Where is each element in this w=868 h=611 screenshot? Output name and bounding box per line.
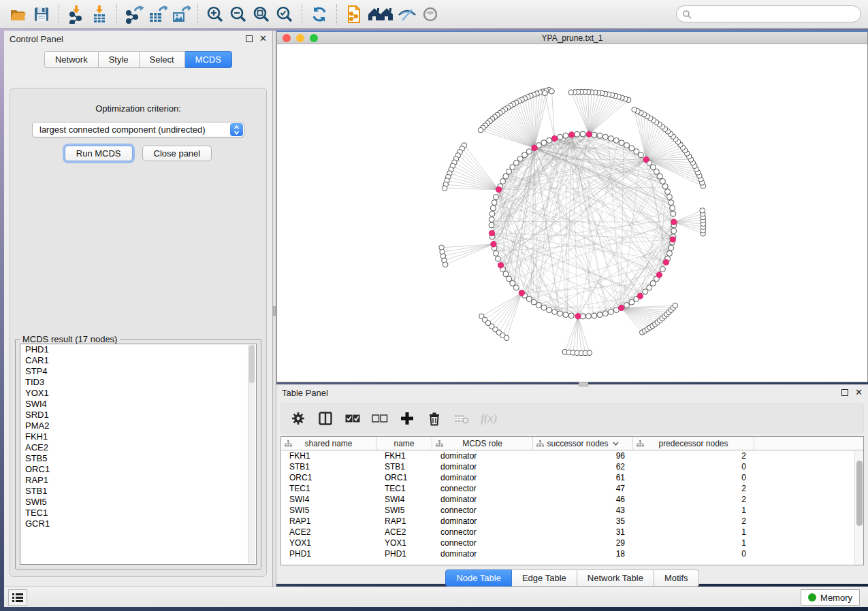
mcds-result-item[interactable]: GCR1 <box>20 518 256 529</box>
import-table-button[interactable] <box>88 3 111 26</box>
table-cell: TEC1 <box>281 483 376 494</box>
search-field[interactable] <box>676 5 861 22</box>
table-tab-network-table[interactable]: Network Table <box>577 569 654 587</box>
table-cell: dominator <box>432 472 533 483</box>
eye-icon <box>421 5 440 24</box>
export-network-button[interactable] <box>123 3 146 26</box>
deselect-all-button[interactable] <box>371 410 389 427</box>
select-all-button[interactable] <box>344 410 361 427</box>
column-header-successor-nodes[interactable]: successor nodes <box>533 437 633 450</box>
export-table-button[interactable] <box>146 3 169 26</box>
mcds-result-item[interactable]: STB1 <box>20 486 256 497</box>
table-cell: FKH1 <box>281 450 376 461</box>
table-row[interactable]: ACE2ACE2connector311 <box>281 527 863 538</box>
close-table-panel-icon[interactable]: ✕ <box>855 389 863 396</box>
memory-button[interactable]: Memory <box>801 589 860 606</box>
tab-style[interactable]: Style <box>99 51 140 68</box>
import-network-button[interactable] <box>65 3 88 26</box>
mcds-result-item[interactable]: PHD1 <box>20 344 256 355</box>
table-cell-filler <box>754 538 863 548</box>
mcds-result-item[interactable]: PMA2 <box>20 420 256 431</box>
table-row[interactable]: PHD1PHD1dominator180 <box>281 548 863 559</box>
column-header-MCDS-role[interactable]: MCDS role <box>432 437 533 450</box>
search-input[interactable] <box>692 10 855 19</box>
mcds-result-item[interactable]: TID3 <box>20 377 256 388</box>
tab-network[interactable]: Network <box>44 51 99 68</box>
delete-table-button-disabled[interactable] <box>453 410 470 427</box>
zoom-fit-button[interactable] <box>250 3 273 26</box>
show-all-button[interactable] <box>419 3 442 26</box>
table-row[interactable]: YOX1YOX1connector291 <box>281 538 863 548</box>
column-header-name[interactable]: name <box>376 437 432 450</box>
table-tab-edge-table[interactable]: Edge Table <box>512 569 577 587</box>
mcds-result-item[interactable]: ORC1 <box>20 464 256 475</box>
network-graph[interactable] <box>277 46 867 384</box>
network-canvas[interactable] <box>277 46 867 382</box>
mcds-result-item[interactable]: STP4 <box>20 366 256 377</box>
table-cell: SWI5 <box>281 505 376 516</box>
zoom-in-button[interactable] <box>204 3 227 26</box>
delete-column-button[interactable] <box>425 410 443 427</box>
mcds-result-item[interactable]: SWI5 <box>20 497 256 508</box>
toolbar-separator <box>197 4 198 24</box>
mcds-result-list[interactable]: PHD1CAR1STP4TID3YOX1SWI4SRD1PMA2FKH1ACE2… <box>20 344 257 565</box>
open-session-button[interactable] <box>7 3 30 26</box>
run-mcds-button[interactable]: Run MCDS <box>65 146 133 161</box>
tab-select[interactable]: Select <box>140 51 185 68</box>
splitter-grip[interactable] <box>273 306 276 316</box>
criterion-dropdown[interactable]: largest connected component (undirected) <box>32 122 244 137</box>
mcds-result-item[interactable]: SWI4 <box>20 399 256 410</box>
network-window-titlebar[interactable]: YPA_prune.txt_1 <box>277 32 867 44</box>
table-row[interactable]: SWI4SWI4dominator462 <box>281 494 863 505</box>
mcds-result-item[interactable]: ACE2 <box>20 442 256 453</box>
toolbar-separator <box>302 4 302 24</box>
tab-mcds[interactable]: MCDS <box>185 51 232 68</box>
table-row[interactable]: RAP1RAP1dominator352 <box>281 516 863 527</box>
zoom-out-button[interactable] <box>227 3 250 26</box>
mcds-result-item[interactable]: STB5 <box>20 453 256 464</box>
float-panel-icon[interactable] <box>246 35 253 42</box>
mcds-result-item[interactable]: YOX1 <box>20 388 256 399</box>
toolbar-separator <box>116 4 117 24</box>
mcds-result-item[interactable]: SRD1 <box>20 410 256 420</box>
save-session-button[interactable] <box>30 3 53 26</box>
mcds-result-item[interactable]: FKH1 <box>20 431 256 442</box>
table-scrollbar[interactable] <box>854 451 863 565</box>
task-list-icon <box>12 593 23 602</box>
table-row[interactable]: ORC1ORC1dominator610 <box>281 472 863 483</box>
float-table-panel-icon[interactable] <box>841 389 848 396</box>
task-history-button[interactable] <box>8 589 27 606</box>
table-tab-motifs[interactable]: Motifs <box>654 569 699 587</box>
result-scrollbar-thumb[interactable] <box>249 345 255 383</box>
table-row[interactable]: FKH1FKH1dominator962 <box>281 450 863 461</box>
close-panel-icon[interactable]: ✕ <box>259 35 267 42</box>
column-header-shared-name[interactable]: shared name <box>281 437 376 450</box>
column-header-predecessor-nodes[interactable]: predecessor nodes <box>633 437 754 450</box>
export-image-button[interactable] <box>169 3 192 26</box>
table-row[interactable]: SWI5SWI5connector431 <box>281 505 863 516</box>
table-cell: connector <box>432 505 533 516</box>
mcds-result-item[interactable]: RAP1 <box>20 475 256 486</box>
table-cell: 46 <box>533 494 633 505</box>
split-panel-button[interactable] <box>317 410 334 427</box>
refresh-layout-button[interactable] <box>308 3 331 26</box>
table-row[interactable]: STB1STB1dominator620 <box>281 461 863 472</box>
table-row[interactable]: TEC1TEC1connector472 <box>281 483 863 494</box>
table-tab-node-table[interactable]: Node Table <box>445 569 512 587</box>
close-panel-button[interactable]: Close panel <box>142 146 212 161</box>
table-options-gear-button[interactable] <box>289 410 307 427</box>
node-table[interactable]: shared namenameMCDS rolesuccessor nodesp… <box>280 436 864 565</box>
add-column-button[interactable] <box>398 410 416 427</box>
table-cell: 2 <box>633 494 754 505</box>
result-list-scrollbar[interactable] <box>248 345 255 563</box>
function-builder-button-disabled[interactable]: f(x) <box>480 410 498 427</box>
table-scrollbar-thumb[interactable] <box>856 461 863 526</box>
mcds-result-item[interactable]: TEC1 <box>20 508 256 518</box>
home-view-button[interactable] <box>366 3 396 26</box>
zoom-selected-button[interactable] <box>273 3 296 26</box>
horizontal-splitter-grip[interactable] <box>579 382 588 386</box>
hide-selected-button[interactable] <box>396 3 419 26</box>
network-file-button[interactable] <box>342 3 366 26</box>
export-network-icon <box>124 5 144 24</box>
mcds-result-item[interactable]: CAR1 <box>20 355 256 366</box>
